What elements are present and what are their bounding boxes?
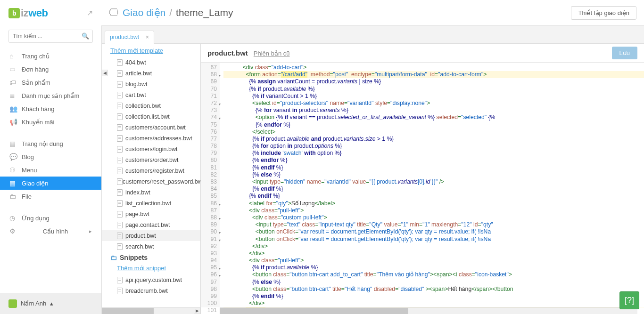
help-button[interactable]: [?]	[619, 291, 639, 309]
file-page-bwt[interactable]: page.bwt	[102, 209, 200, 219]
nav-item-sản-phẩm[interactable]: 🏷Sản phẩm	[0, 76, 101, 89]
breadcrumb-current: theme_Lamy	[176, 7, 233, 18]
nav-item-trang-nội-dung[interactable]: ▦Trang nội dung	[0, 137, 101, 150]
editor-title: product.bwt	[207, 49, 248, 57]
scroll-left-icon[interactable]: ◀	[102, 70, 108, 76]
nav-item-khuyến-mãi[interactable]: 📢Khuyến mãi	[0, 115, 101, 129]
nav-icon: ◷	[9, 214, 22, 222]
nav-item-giao-diện[interactable]: ▦Giao diện	[0, 177, 101, 190]
snippets-section[interactable]: 🗀 Snippets	[102, 252, 200, 263]
nav-icon: 💬	[9, 153, 22, 161]
setup-theme-button[interactable]: Thiết lập giao diện	[571, 6, 636, 20]
nav-item-đơn-hàng[interactable]: ▭Đơn hàng	[0, 63, 101, 76]
nav-item-file[interactable]: 🗀File	[0, 190, 101, 203]
file-product-bwt[interactable]: product.bwt	[102, 230, 200, 241]
file-icon	[117, 146, 125, 153]
file-collection-list-bwt[interactable]: collection.list.bwt	[102, 111, 200, 122]
file-icon	[117, 81, 125, 88]
file-list_collection-bwt[interactable]: list_collection.bwt	[102, 198, 200, 209]
file-icon	[117, 113, 125, 120]
file-icon	[117, 103, 125, 109]
file-icon	[117, 168, 125, 174]
nav-icon: ≣	[9, 92, 22, 99]
tab-product-bwt[interactable]: product.bwt ×	[105, 31, 154, 44]
file-icon	[117, 200, 125, 207]
nav-icon: 👥	[9, 105, 22, 113]
nav-icon: 🏷	[9, 79, 22, 86]
file-customers-login-bwt[interactable]: customers/login.bwt	[102, 144, 200, 154]
nav-icon: ▦	[9, 179, 22, 187]
nav-item-cấu-hình[interactable]: ⚙Cấu hình▸	[0, 225, 101, 238]
file-icon	[117, 243, 125, 250]
add-template-link[interactable]: Thêm mới template	[102, 46, 200, 57]
file-icon	[117, 178, 123, 185]
nav-item-khách-hàng[interactable]: 👥Khách hàng	[0, 102, 101, 115]
nav-icon: 🗀	[9, 193, 22, 200]
nav-icon: ⚙	[9, 227, 22, 235]
file-customers-reset_password-bwt[interactable]: customers/reset_password.bwt	[102, 176, 200, 187]
nav-icon: ▭	[9, 65, 22, 73]
save-button[interactable]: Lưu	[612, 47, 637, 59]
file-icon	[117, 211, 125, 217]
external-link-icon[interactable]: ↗	[87, 8, 93, 17]
avatar	[8, 299, 17, 308]
old-version-link[interactable]: Phiên bản cũ	[254, 50, 290, 57]
file-icon	[117, 92, 125, 98]
editor-hscroll[interactable]	[220, 307, 637, 314]
monitor-icon: 🖵	[109, 7, 119, 18]
file-cart-bwt[interactable]: cart.bwt	[102, 89, 200, 100]
file-icon	[117, 222, 125, 228]
file-icon	[117, 135, 125, 142]
close-icon[interactable]: ×	[146, 34, 149, 40]
file-customers-addresses-bwt[interactable]: customers/addresses.bwt	[102, 133, 200, 144]
file-icon	[117, 70, 125, 77]
nav-icon: 📢	[9, 118, 22, 126]
file-page-contact-bwt[interactable]: page.contact.bwt	[102, 219, 200, 230]
nav-item-trang-chủ[interactable]: ⌂Trang chủ	[0, 49, 101, 63]
file-404-bwt[interactable]: 404.bwt	[102, 57, 200, 68]
nav-item-ứng-dụng[interactable]: ◷Ứng dụng	[0, 211, 101, 225]
code-editor[interactable]: <div class="add-to-cart"> <form action="…	[220, 63, 644, 307]
add-snippet-link[interactable]: Thêm mới snippet	[102, 263, 200, 274]
chevron-right-icon: ▸	[89, 228, 92, 234]
file-icon	[117, 189, 125, 196]
breadcrumb-link[interactable]: Giao diện	[123, 7, 165, 18]
nav-icon: ⚇	[9, 166, 22, 174]
file-index-bwt[interactable]: index.bwt	[102, 187, 200, 198]
breadcrumb: 🖵 Giao diện / theme_Lamy	[109, 7, 233, 18]
folder-icon: 🗀	[110, 254, 117, 261]
file-tree-hscroll[interactable]	[102, 307, 194, 314]
logo[interactable]: bizweb	[8, 7, 48, 19]
nav-icon: ▦	[9, 140, 22, 147]
file-search-bwt[interactable]: search.bwt	[102, 241, 200, 252]
file-customers-account-bwt[interactable]: customers/account.bwt	[102, 122, 200, 133]
nav-icon: ⌂	[9, 52, 22, 60]
file-icon	[117, 277, 125, 283]
scroll-right-icon[interactable]: ▶	[194, 307, 200, 314]
file-customers-register-bwt[interactable]: customers/register.bwt	[102, 165, 200, 176]
file-collection-bwt[interactable]: collection.bwt	[102, 100, 200, 111]
user-menu[interactable]: Nấm Anh ▴	[0, 293, 101, 314]
nav-item-blog[interactable]: 💬Blog	[0, 150, 101, 163]
file-article-bwt[interactable]: article.bwt	[102, 68, 200, 79]
file-api-jquery-custom-bwt[interactable]: api.jquery.custom.bwt	[102, 274, 200, 285]
file-icon	[117, 288, 125, 294]
file-breadcrumb-bwt[interactable]: breadcrumb.bwt	[102, 285, 200, 296]
nav-item-menu[interactable]: ⚇Menu	[0, 163, 101, 177]
file-customers-order-bwt[interactable]: customers/order.bwt	[102, 154, 200, 165]
file-icon	[117, 59, 125, 66]
file-icon	[117, 233, 125, 239]
file-icon	[117, 124, 125, 131]
file-icon	[117, 157, 125, 163]
file-blog-bwt[interactable]: blog.bwt	[102, 79, 200, 89]
search-input[interactable]	[8, 30, 93, 43]
nav-item-danh-mục-sản-phẩm[interactable]: ≣Danh mục sản phẩm	[0, 89, 101, 102]
search-icon[interactable]: 🔍	[82, 32, 89, 40]
